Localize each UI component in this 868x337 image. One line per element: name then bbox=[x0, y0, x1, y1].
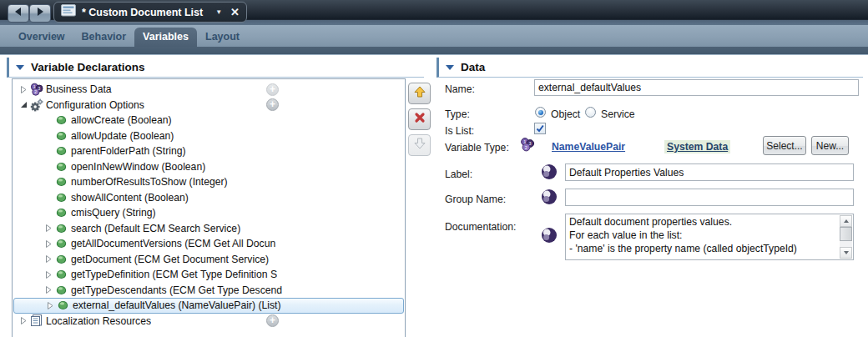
variable-icon bbox=[56, 300, 70, 310]
type-object-label[interactable]: Object bbox=[551, 108, 580, 120]
tab-layout[interactable]: Layout bbox=[197, 28, 248, 47]
select-type-button[interactable]: Select... bbox=[763, 136, 806, 155]
tab-variables[interactable]: Variables bbox=[134, 28, 197, 47]
tree-item-localization[interactable]: Localization Resources+ bbox=[13, 314, 405, 329]
expand-icon[interactable] bbox=[44, 302, 56, 309]
expand-icon[interactable] bbox=[43, 286, 54, 294]
tab-overview[interactable]: Overview bbox=[10, 28, 73, 47]
tree-item-label: parentFolderPath (String) bbox=[71, 145, 186, 157]
type-label: Type: bbox=[445, 108, 470, 120]
tree-item-configuration[interactable]: Configuration Options+ bbox=[13, 98, 405, 113]
variable-icon bbox=[54, 285, 68, 295]
add-business-button[interactable]: + bbox=[266, 83, 279, 96]
tree-item-parentfolderpath[interactable]: parentFolderPath (String) bbox=[13, 143, 405, 159]
tree-item-gettypedescendants[interactable]: getTypeDescendants (ECM Get Type Descend bbox=[13, 283, 405, 299]
tree-item-openinnewwindow[interactable]: openInNewWindow (Boolean) bbox=[13, 159, 405, 175]
red-x-icon bbox=[413, 111, 426, 128]
localization-globe-icon bbox=[541, 163, 558, 180]
add-configuration-button[interactable]: + bbox=[266, 98, 279, 111]
doc-scrollbar[interactable] bbox=[840, 215, 852, 259]
business-object-icon: 132 bbox=[29, 83, 43, 96]
collapse-icon[interactable] bbox=[18, 101, 29, 108]
chevron-down-icon[interactable]: ▼ bbox=[215, 8, 222, 16]
business-object-icon: 1 3 2 bbox=[520, 137, 535, 155]
is-list-checkbox[interactable] bbox=[534, 123, 546, 134]
variable-type-link[interactable]: NameValuePair bbox=[552, 141, 625, 153]
collapse-triangle-icon bbox=[446, 65, 454, 70]
left-arrow-icon bbox=[12, 5, 25, 22]
title-bar: * Custom Document List ▼ ✕ bbox=[0, 0, 868, 25]
tree-item-label: cmisQuery (String) bbox=[71, 207, 156, 219]
variable-icon bbox=[54, 269, 68, 279]
scroll-up-icon[interactable] bbox=[840, 215, 852, 227]
tree-item-business[interactable]: 132Business Data+ bbox=[13, 82, 405, 98]
forward-button[interactable] bbox=[29, 4, 51, 23]
editor-tabstrip: OverviewBehaviorVariablesLayout bbox=[0, 25, 868, 47]
tree-item-label: getDocument (ECM Get Document Service) bbox=[71, 254, 269, 265]
expand-icon[interactable] bbox=[43, 255, 54, 263]
expand-icon[interactable] bbox=[43, 271, 54, 279]
tree-item-showallcontent[interactable]: showAllContent (Boolean) bbox=[13, 190, 405, 206]
type-service-label[interactable]: Service bbox=[601, 108, 635, 120]
tab-behavior[interactable]: Behavior bbox=[73, 28, 135, 47]
expand-icon[interactable] bbox=[43, 240, 54, 248]
group-name-input[interactable] bbox=[565, 189, 854, 206]
delete-variable-button[interactable] bbox=[408, 108, 431, 130]
tree-item-label: numberOfResultsToShow (Integer) bbox=[71, 176, 228, 188]
name-label: Name: bbox=[445, 83, 475, 95]
variable-icon bbox=[54, 115, 68, 125]
new-type-button[interactable]: New... bbox=[811, 136, 849, 155]
variable-icon bbox=[54, 146, 68, 156]
tree-item-allowupdate[interactable]: allowUpdate (Boolean) bbox=[13, 128, 405, 144]
svg-text:2: 2 bbox=[34, 89, 37, 94]
localization-globe-icon bbox=[541, 227, 558, 244]
svg-text:3: 3 bbox=[529, 141, 532, 146]
tree-item-label: getAllDocumentVersions (ECM Get All Docu… bbox=[71, 238, 275, 249]
label-input[interactable] bbox=[565, 163, 854, 181]
right-arrow-icon bbox=[33, 5, 47, 22]
tree-item-getdocument[interactable]: getDocument (ECM Get Document Service) bbox=[13, 252, 405, 268]
variable-declarations-header[interactable]: Variable Declarations bbox=[7, 58, 424, 78]
tree-item-label: Configuration Options bbox=[46, 99, 144, 111]
variable-icon bbox=[54, 224, 68, 234]
tree-item-label: openInNewWindow (Boolean) bbox=[71, 161, 205, 173]
variable-icon bbox=[54, 131, 68, 141]
scroll-thumb[interactable] bbox=[840, 227, 852, 241]
scroll-down-icon[interactable] bbox=[840, 247, 852, 259]
app-window: * Custom Document List ▼ ✕ OverviewBehav… bbox=[0, 0, 868, 337]
tree-item-external_defaultvalues[interactable]: external_defaultValues (NameValuePair) (… bbox=[13, 298, 404, 314]
documentation-text: Default document properties values. For … bbox=[569, 215, 838, 259]
variable-type-label: Variable Type: bbox=[445, 142, 509, 153]
check-icon bbox=[535, 123, 545, 133]
tree-item-label: allowUpdate (Boolean) bbox=[71, 130, 174, 142]
system-data-link[interactable]: System Data bbox=[664, 140, 730, 153]
editor-tab[interactable]: * Custom Document List ▼ ✕ bbox=[53, 2, 247, 23]
back-button[interactable] bbox=[8, 4, 29, 23]
tree-item-search[interactable]: search (Default ECM Search Service) bbox=[13, 221, 405, 237]
svg-text:1: 1 bbox=[33, 84, 35, 89]
tree-item-numberofresultstoshow[interactable]: numberOfResultsToShow (Integer) bbox=[13, 174, 405, 190]
svg-text:2: 2 bbox=[525, 145, 527, 150]
variable-tree: 132Business Data+Configuration Options+a… bbox=[12, 78, 406, 337]
expand-icon[interactable] bbox=[18, 86, 29, 93]
type-object-radio[interactable] bbox=[535, 107, 546, 118]
tree-item-cmisquery[interactable]: cmisQuery (String) bbox=[13, 205, 405, 221]
data-section-header[interactable]: Data bbox=[437, 58, 863, 78]
tree-item-allowcreate[interactable]: allowCreate (Boolean) bbox=[13, 113, 405, 128]
expand-icon[interactable] bbox=[43, 224, 54, 232]
tree-item-label: showAllContent (Boolean) bbox=[71, 192, 189, 204]
group-name-label: Group Name: bbox=[445, 194, 506, 205]
type-service-radio[interactable] bbox=[585, 107, 596, 118]
variable-icon bbox=[54, 208, 68, 218]
move-down-button[interactable] bbox=[408, 134, 431, 156]
tree-item-gettypedefinition[interactable]: getTypeDefinition (ECM Get Type Definiti… bbox=[13, 267, 405, 283]
close-icon[interactable]: ✕ bbox=[230, 6, 240, 18]
name-input[interactable] bbox=[534, 79, 859, 96]
documentation-textarea[interactable]: Default document properties values. For … bbox=[565, 214, 854, 260]
collapse-triangle-icon bbox=[16, 65, 24, 70]
add-localization-button[interactable]: + bbox=[266, 314, 279, 327]
move-up-button[interactable] bbox=[408, 83, 431, 104]
expand-icon[interactable] bbox=[18, 317, 29, 324]
tree-item-getalldocumentversions[interactable]: getAllDocumentVersions (ECM Get All Docu… bbox=[13, 236, 405, 252]
selected-tab-strip bbox=[0, 47, 868, 55]
